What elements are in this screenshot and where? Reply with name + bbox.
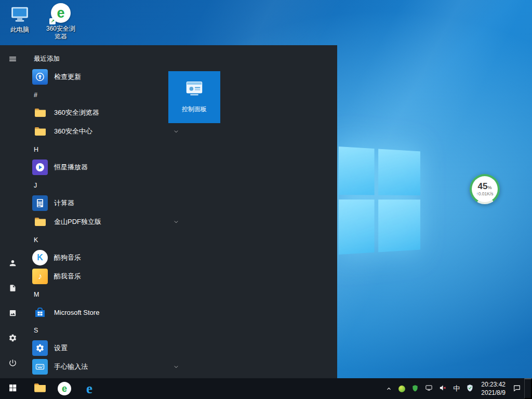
windows-logo-icon [8,383,17,394]
control-panel-icon [185,79,204,100]
chevron-down-icon[interactable] [172,363,180,370]
app-section-header-s[interactable]: S [25,322,187,339]
tile-label: 控制面板 [182,105,207,114]
app-item-shouxin-ime[interactable]: 手心输入法 [25,357,187,376]
app-item-calculator[interactable]: 计算器 [25,194,187,212]
ime-indicator: 中 [453,384,460,393]
power-button[interactable] [0,351,25,376]
net-speed: ↑0.01K/s [476,192,493,196]
tray-volume-button[interactable] [436,378,450,399]
user-account-button[interactable] [0,251,25,276]
rail-bottom-group [0,251,25,376]
speed-ball-widget[interactable]: 45% ↑0.01K/s [470,174,500,204]
player-icon [32,159,48,175]
clock-time: 20:23:42 [481,380,506,389]
user-icon [8,259,17,269]
gear-icon [8,334,17,344]
defender-shield-icon [466,384,474,393]
start-menu: 最近添加 检查更新 # 360安全浏览器 360安全中心 H 恒星播放器 [0,45,337,378]
documents-button[interactable] [0,276,25,301]
action-center-button[interactable] [510,378,524,399]
settings-button[interactable] [0,326,25,351]
app-item-label: 检查更新 [54,72,81,82]
expand-menu-button[interactable] [0,47,25,72]
desktop-icon-this-pc[interactable]: 此电脑 [3,4,37,34]
app-item-label: 酷狗音乐 [54,253,81,262]
folder-icon [33,381,46,396]
kugou-icon: K [32,250,48,265]
app-item-label: 360安全中心 [54,127,92,136]
hamburger-icon [8,55,17,65]
app-item-microsoft-store[interactable]: Microsoft Store [25,303,187,322]
windows-logo-pane [339,147,375,195]
tray-360-shield-button[interactable] [408,378,422,399]
app-section-header-recent[interactable]: 最近添加 [25,50,187,68]
windows-logo-pane [339,200,375,255]
keyboard-icon [32,359,48,375]
store-bag-icon [32,304,48,320]
shortcut-arrow-icon: ↗ [49,18,56,24]
memory-percent: 45% [478,182,492,191]
edge-taskbar-button[interactable]: e [77,378,102,399]
app-item-label: 手心输入法 [54,362,88,371]
tray-expand-button[interactable] [382,378,395,399]
app-section-header-m[interactable]: M [25,286,187,303]
app-section-header-j[interactable]: J [25,177,187,194]
calculator-icon [32,195,48,211]
app-item-hengxing-player[interactable]: 恒星播放器 [25,158,187,177]
desktop-icon-label: 360安全浏览器 [44,25,78,41]
app-item-label: 计算器 [54,198,74,208]
speed-ball-face: 45% ↑0.01K/s [472,176,498,202]
tile-area: 控制面板 [168,71,220,123]
360-browser-icon: e ↗ [50,3,71,23]
start-button[interactable] [0,378,25,399]
app-item-kingsoft-pdf[interactable]: 金山PDF独立版 [25,212,187,231]
app-section-header-k[interactable]: K [25,231,187,248]
volume-muted-icon [439,384,447,393]
chevron-down-icon[interactable] [172,128,180,135]
taskbar-clock[interactable]: 20:23:42 2021/8/9 [477,380,510,397]
chevron-down-icon[interactable] [172,218,180,225]
windows-logo-pane [378,200,420,252]
app-section-header-hash[interactable]: # [25,86,187,103]
tile-control-panel[interactable]: 控制面板 [168,71,220,123]
app-item-360-security-center[interactable]: 360安全中心 [25,122,187,141]
chevron-up-icon [385,385,392,392]
pictures-icon [9,309,17,318]
folder-icon [32,124,48,139]
system-tray: 中 20:23:42 2021/8/9 [382,378,532,399]
360-speedball-icon [398,385,405,392]
app-item-label: 恒星播放器 [54,163,88,172]
folder-icon [32,105,48,121]
desktop-icon-360-browser[interactable]: e ↗ 360安全浏览器 [44,3,78,41]
tray-360-ball-button[interactable] [395,378,408,399]
windows-logo [339,147,420,255]
show-desktop-button[interactable] [524,378,532,399]
app-section-header-h[interactable]: H [25,141,187,158]
app-item-kuwo-music[interactable]: ♪ 酷我音乐 [25,267,187,286]
app-item-label: Microsoft Store [54,309,99,316]
app-item-kugou-music[interactable]: K 酷狗音乐 [25,248,187,267]
app-item-label: 金山PDF独立版 [54,217,101,227]
start-menu-rail [0,45,25,378]
power-icon [8,358,17,369]
folder-icon [32,214,48,230]
360-browser-icon: e [58,382,71,395]
tray-ime-button[interactable]: 中 [450,378,463,399]
app-item-check-updates[interactable]: 检查更新 [25,68,187,86]
app-item-360-browser-folder[interactable]: 360安全浏览器 [25,103,187,122]
windows-logo-pane [378,149,420,195]
360-browser-taskbar-button[interactable]: e [52,378,77,399]
tray-defender-button[interactable] [463,378,477,399]
document-icon [9,284,17,294]
pictures-button[interactable] [0,301,25,326]
this-pc-icon [9,4,30,24]
app-item-label: 设置 [54,343,68,353]
network-display-icon [425,384,433,393]
file-explorer-button[interactable] [27,378,52,399]
app-list[interactable]: 最近添加 检查更新 # 360安全浏览器 360安全中心 H 恒星播放器 [25,45,187,378]
update-icon [32,69,48,85]
app-item-settings[interactable]: 设置 [25,339,187,357]
gear-icon [32,340,48,356]
tray-network-button[interactable] [422,378,436,399]
